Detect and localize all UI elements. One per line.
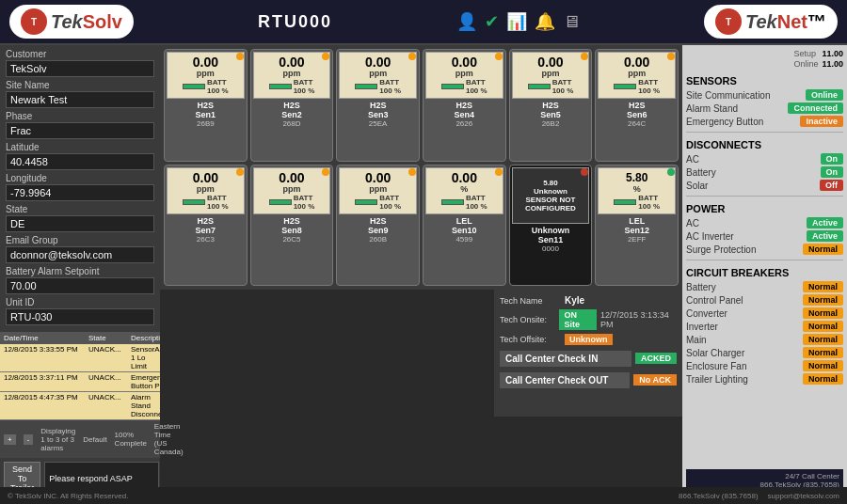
site-comm-label: Site Communication (686, 90, 770, 101)
sensor-card-5: 0.00 ppm BATT100 % H2SSen5 26B2 (509, 49, 593, 162)
tech-onsite-badge: ON Site (559, 309, 597, 330)
unit-id-label: Unit ID (6, 297, 154, 307)
cb-trailer-lighting-row: Trailer Lighting Normal (686, 373, 843, 385)
alarm-table-header: Date/Time State Description Value Limit … (0, 332, 160, 344)
site-name-value: Newark Test (6, 91, 154, 108)
user-icon[interactable]: 👤 (456, 11, 477, 32)
tech-onsite-label: Tech Onsite: (500, 315, 555, 324)
sensor-card-11: 5.80UnknownSENSOR NOTCONFIGURED UnknownS… (509, 165, 593, 287)
sensor-name-5: H2SSen5 (540, 101, 561, 119)
row2-state: UNACK... (88, 373, 131, 390)
alarm-row-2[interactable]: 12/8/2015 3:37:11 PM UNACK... Emergency … (0, 372, 160, 392)
state-label: State (6, 204, 154, 214)
phase-value: Frac (6, 122, 154, 139)
sensor-grid: 0.00 ppm BATT100 % H2SSen1 26B9 0.00 ppm (160, 45, 682, 290)
row3-state: UNACK... (88, 393, 131, 418)
cb-control-panel-badge: Normal (803, 294, 843, 306)
no-ack-badge: No ACK (633, 374, 677, 386)
prev-page-btn[interactable]: + (4, 434, 16, 445)
call-center-checkout-btn[interactable]: Call Center Check OUT (500, 372, 630, 388)
tech-offsite-row: Tech Offsite: Unknown (500, 334, 677, 345)
footer-phone-bottom: 866.TekSolv (835.7658) (679, 492, 759, 500)
row1-state: UNACK... (88, 345, 131, 370)
logo-solv-left: Solv (83, 11, 122, 33)
cb-control-panel-row: Control Panel Normal (686, 294, 843, 306)
emergency-btn-row: Emergency Button Inactive (686, 116, 843, 127)
batt-bar-4 (441, 84, 464, 89)
site-comm-row: Site Communication Online (686, 89, 843, 101)
logo-tek-left: Tek (51, 11, 83, 33)
alarm-row-1[interactable]: 12/8/2015 3:33:55 PM UNACK... Sensor 1 L… (0, 344, 160, 372)
cb-trailer-lighting-badge: Normal (803, 373, 843, 385)
alarm-stand-row: Alarm Stand Connected (686, 102, 843, 114)
sensor-id-8: 26C5 (282, 235, 300, 244)
sensor-ppm-6: 0.00 (624, 55, 649, 69)
site-comm-badge: Online (806, 89, 843, 101)
batt-bar-9 (355, 199, 377, 205)
sensor-card-9: 0.00 ppm BATT100 % H2SSen9 260B (336, 165, 420, 287)
sensor-card-2: 0.00 ppm BATT100 % H2SSen2 268D (250, 49, 334, 162)
sensor-ppm-4: 0.00 (452, 55, 477, 69)
batt-pct-7: BATT100 % (207, 194, 229, 211)
sensor-id-7: 26C3 (197, 235, 215, 244)
sensor-card-10: 0.00 % BATT100 % LELSen10 4599 (423, 165, 506, 287)
batt-bar-10 (441, 199, 464, 205)
sensor-ppm-7: 0.00 (193, 171, 218, 184)
tech-onsite-date: 12/7/2015 3:13:34 PM (600, 310, 677, 329)
disconnects-battery-badge: On (821, 166, 844, 178)
header: T TekSolv RTU000 👤 ✔ 📊 🔔 🖥 T TekNet™ (0, 0, 847, 45)
sensor-name-8: H2SSen8 (281, 216, 302, 235)
sensor-batt-3: BATT100 % (355, 78, 401, 95)
bell-icon[interactable]: 🔔 (535, 11, 555, 32)
sensor-id-3: 25EA (369, 119, 388, 128)
sensor-unit-2: ppm (282, 69, 300, 78)
cb-inverter-row: Inverter Normal (686, 321, 843, 332)
batt-pct-10: BATT100 % (466, 194, 487, 211)
power-inverter-badge: Active (807, 230, 843, 242)
cb-solar-charger-badge: Normal (803, 347, 843, 358)
sensor-display-6: 0.00 ppm BATT100 % (598, 52, 676, 99)
footer-right-bottom: 866.TekSolv (835.7658) support@teksolv.c… (679, 492, 839, 500)
check-icon[interactable]: ✔ (485, 11, 499, 32)
cb-enclosure-fan-badge: Normal (803, 360, 843, 371)
next-page-btn[interactable]: - (24, 434, 34, 445)
sensor-ppm-10: 0.00 (452, 171, 477, 184)
cb-battery-row: Battery Normal (686, 281, 843, 292)
sensor-id-12: 2EFF (628, 235, 647, 244)
setup-online-row: Setup 11.00 Online 11.00 (686, 49, 843, 70)
sensor-ppm-8: 0.00 (279, 171, 304, 184)
disconnects-ac-row: AC On (686, 153, 843, 165)
call-center-checkin-btn[interactable]: Call Center Check IN (500, 351, 631, 367)
sensor-id-6: 264C (628, 119, 646, 128)
sensor-batt-1: BATT100 % (183, 78, 229, 95)
sensor-display-1: 0.00 ppm BATT100 % (167, 52, 245, 99)
sensor-ppm-3: 0.00 (365, 55, 391, 69)
batt-pct-12: BATT100 % (638, 194, 660, 211)
sensor-indicator-10 (495, 168, 503, 176)
circuit-breakers-title: CIRCUIT BREAKERS (686, 267, 843, 278)
longitude-value: -79.9964 (6, 184, 154, 201)
chart-icon[interactable]: 📊 (506, 11, 527, 32)
tech-name-row: Tech Name Kyle (500, 295, 677, 306)
tech-offsite-badge: Unknown (565, 334, 613, 345)
tech-section: Tech Name Kyle Tech Onsite: ON Site 12/7… (494, 290, 682, 417)
monitor-icon[interactable]: 🖥 (563, 12, 580, 32)
batt-bar-2 (269, 84, 292, 89)
emergency-btn-badge: Inactive (800, 116, 843, 127)
sensor-unconfigured-11: 5.80UnknownSENSOR NOTCONFIGURED (525, 179, 576, 213)
sensor-id-11: 0000 (542, 244, 559, 253)
sensor-unit-4: ppm (455, 69, 473, 78)
batt-bar-8 (269, 199, 292, 205)
sensor-unit-3: ppm (369, 69, 387, 78)
sensor-name-2: H2SSen2 (281, 101, 302, 119)
tech-name-value: Kyle (565, 295, 584, 306)
alarm-row-3[interactable]: 12/8/2015 4:47:35 PM UNACK... Alarm Stan… (0, 392, 160, 420)
alarm-fill (160, 290, 494, 417)
left-alarm-section: Date/Time State Description Value Limit … (0, 332, 160, 458)
sensor-name-6: H2SSen6 (627, 101, 647, 119)
sensor-unit-1: ppm (197, 69, 215, 78)
right-panel: Setup 11.00 Online 11.00 SENSORS Site Co… (682, 45, 847, 504)
power-surge-label: Surge Protection (686, 244, 757, 255)
tech-name-label: Tech Name (500, 296, 561, 306)
sensor-batt-6: BATT100 % (614, 78, 660, 95)
